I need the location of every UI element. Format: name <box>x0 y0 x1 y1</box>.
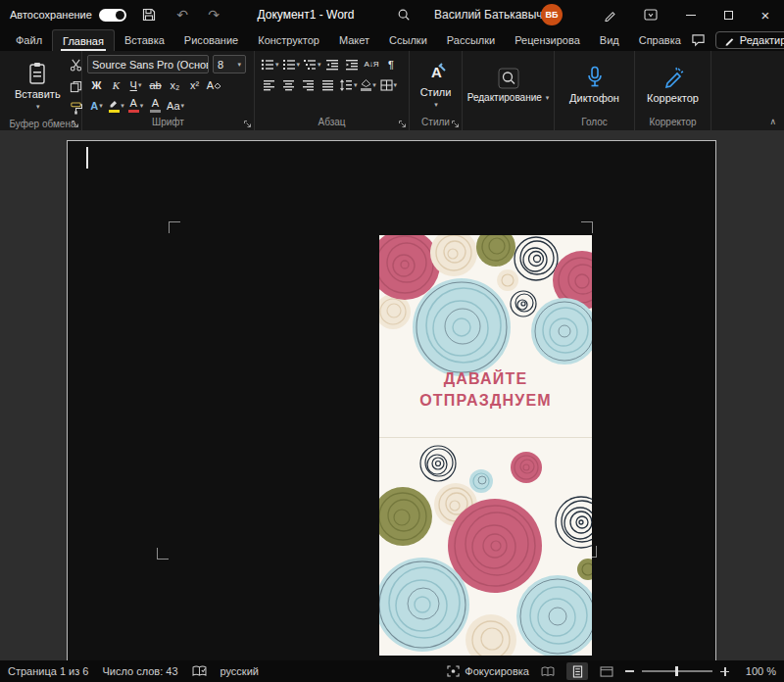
group-font: Source Sans Pro (Основн ▾ 8 ▾ Ж К Ч▾ ab … <box>82 51 255 130</box>
chevron-down-icon: ▾ <box>99 102 103 109</box>
minimize-button[interactable] <box>672 0 710 29</box>
italic-button[interactable]: К <box>107 75 125 94</box>
character-shading-button[interactable]: А <box>146 96 165 115</box>
zoom-in-button[interactable] <box>720 667 729 676</box>
tab-insert[interactable]: Вставка <box>115 29 174 51</box>
ribbon-display-button[interactable] <box>637 0 664 29</box>
search-button[interactable] <box>390 0 417 29</box>
web-layout-button[interactable] <box>596 662 617 680</box>
numbering-button[interactable]: ▾ <box>281 55 302 73</box>
maximize-button[interactable] <box>710 0 747 29</box>
save-button[interactable] <box>135 0 163 29</box>
show-marks-button[interactable]: ¶ <box>382 55 401 73</box>
tab-help[interactable]: Справка <box>629 29 691 51</box>
font-name-value: Source Sans Pro (Основн <box>92 59 209 71</box>
tab-home[interactable]: Главная <box>52 29 115 51</box>
avatar[interactable]: ВБ <box>541 4 563 25</box>
tab-file[interactable]: Файл <box>6 29 52 51</box>
card-image[interactable]: ДАВАЙТЕ ОТПРАЗДНУЕМ <box>379 235 592 656</box>
align-left-button[interactable] <box>260 75 278 94</box>
font-dialog-launcher[interactable] <box>243 120 252 128</box>
styles-icon: А <box>425 62 447 83</box>
highlight-color-button[interactable]: ▾ <box>107 96 125 115</box>
redo-button[interactable]: ↷ <box>200 0 227 29</box>
tab-view[interactable]: Вид <box>590 29 629 51</box>
multilevel-list-button[interactable]: ▾ <box>302 55 322 73</box>
format-painter-icon <box>70 102 82 115</box>
print-layout-icon <box>572 665 583 678</box>
strikethrough-button[interactable]: ab <box>146 75 165 94</box>
font-name-select[interactable]: Source Sans Pro (Основн ▾ <box>87 55 209 73</box>
decrease-indent-button[interactable] <box>323 55 342 73</box>
editor-button[interactable]: Корректор <box>641 54 705 116</box>
read-mode-button[interactable] <box>537 662 559 680</box>
text-effects-button[interactable]: А▾ <box>87 96 106 115</box>
justify-button[interactable] <box>318 75 337 94</box>
zoom-level[interactable]: 100 % <box>737 665 776 677</box>
paragraph-dialog-launcher[interactable] <box>398 120 407 128</box>
undo-icon: ↶ <box>176 7 188 23</box>
align-right-button[interactable] <box>299 75 318 94</box>
line-spacing-button[interactable]: ▾ <box>338 75 359 94</box>
chevron-down-icon: ▾ <box>140 102 144 109</box>
shading-button[interactable]: ▾ <box>360 75 378 94</box>
document-page[interactable]: ДАВАЙТЕ ОТПРАЗДНУЕМ <box>67 140 716 660</box>
styles-button[interactable]: А Стили ▾ <box>415 54 458 116</box>
card-art-bottom <box>379 438 592 656</box>
focus-mode-button[interactable]: Фокусировка <box>447 665 529 677</box>
maximize-icon <box>724 11 733 20</box>
chevron-down-icon: ▾ <box>36 103 40 110</box>
superscript-button[interactable]: x² <box>185 75 204 94</box>
character-shading-label: А <box>152 98 159 109</box>
borders-button[interactable]: ▾ <box>379 75 399 94</box>
paste-button[interactable]: Вставить ▾ <box>9 54 67 118</box>
comments-button[interactable] <box>691 33 706 47</box>
page-indicator[interactable]: Страница 1 из 6 <box>8 665 88 677</box>
editing-button[interactable]: Редактирование ▾ <box>462 54 556 116</box>
close-button[interactable]: × <box>747 0 784 29</box>
underline-button[interactable]: Ч▾ <box>126 75 145 94</box>
save-icon <box>142 8 156 22</box>
align-center-button[interactable] <box>279 75 298 94</box>
clipboard-dialog-launcher[interactable] <box>71 120 79 128</box>
editing-mode-button[interactable]: Редактирование ▾ <box>715 31 784 49</box>
collapse-ribbon-button[interactable]: ∧ <box>769 117 776 126</box>
account-name[interactable]: Василий Батькавыч <box>434 0 543 29</box>
zoom-out-button[interactable] <box>625 670 634 672</box>
tab-design[interactable]: Конструктор <box>248 29 329 51</box>
clear-formatting-button[interactable]: А <box>205 75 223 94</box>
shading-color-swatch <box>361 88 371 91</box>
print-layout-button[interactable] <box>566 662 588 680</box>
tab-references[interactable]: Ссылки <box>379 29 437 51</box>
sort-button[interactable]: А↓Я <box>363 55 381 73</box>
styles-dialog-launcher[interactable] <box>451 120 460 128</box>
change-case-button[interactable]: Аа▾ <box>166 96 185 115</box>
justify-icon <box>321 79 334 91</box>
tab-mailings[interactable]: Рассылки <box>437 29 505 51</box>
tab-review[interactable]: Рецензирова <box>505 29 590 51</box>
tab-layout[interactable]: Макет <box>329 29 379 51</box>
chevron-down-icon: ▾ <box>546 94 550 101</box>
proofing-button[interactable] <box>192 665 207 677</box>
chevron-down-icon: ▾ <box>138 81 142 88</box>
autosave-toggle[interactable] <box>99 9 126 22</box>
language-indicator[interactable]: русский <box>220 665 259 677</box>
tab-draw[interactable]: Рисование <box>174 29 248 51</box>
increase-indent-button[interactable] <box>343 55 362 73</box>
numbered-list-icon <box>282 59 296 71</box>
paint-bucket-icon <box>361 79 371 87</box>
zoom-slider-thumb[interactable] <box>675 666 678 676</box>
undo-button[interactable]: ↶ <box>169 0 196 29</box>
chevron-down-icon: ▾ <box>372 81 376 88</box>
dictate-button[interactable]: Диктофон <box>564 54 625 116</box>
bullets-button[interactable]: ▾ <box>260 55 280 73</box>
plus-icon <box>720 667 729 676</box>
bold-button[interactable]: Ж <box>87 75 106 94</box>
subscript-button[interactable]: x₂ <box>166 75 184 94</box>
font-color-button[interactable]: А ▾ <box>126 96 145 115</box>
inking-button[interactable] <box>596 0 623 29</box>
autosave-control[interactable]: Автосохранение <box>10 0 126 29</box>
font-size-select[interactable]: 8 ▾ <box>213 55 246 73</box>
word-count[interactable]: Число слов: 43 <box>102 665 177 677</box>
zoom-slider[interactable] <box>642 665 712 677</box>
